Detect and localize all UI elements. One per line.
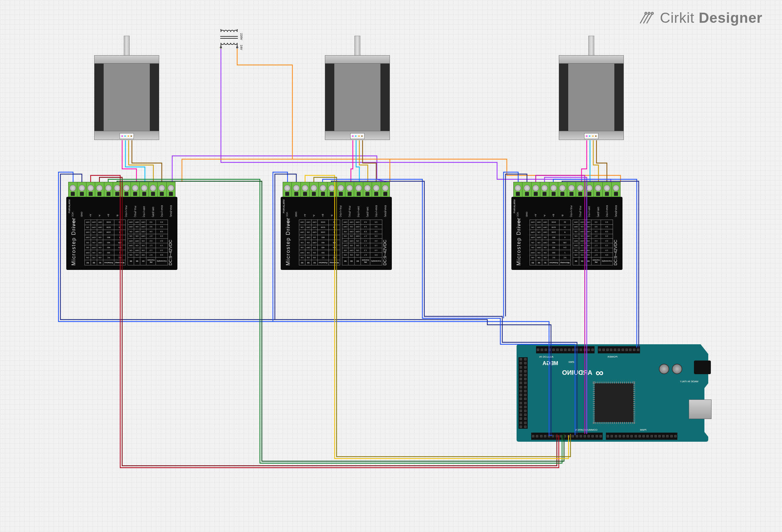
driver-dc-range: DC:9~42VDC <box>168 240 173 265</box>
svg-point-1 <box>648 12 650 14</box>
driver-tables: MicrostepPulse/revS1S2S3NCNCONONON1200ON… <box>84 220 159 265</box>
wire-m1-c <box>129 140 153 182</box>
driver-terminals[interactable] <box>513 182 620 197</box>
wire-m1-b <box>126 140 145 182</box>
transformer[interactable]: 220V 24V <box>214 29 247 59</box>
driver-terminals[interactable] <box>68 182 175 197</box>
wire-m2-b <box>356 140 359 182</box>
logo-brand: Cirkit <box>660 10 694 26</box>
driver-tables: MicrostepPulse/revS1S2S3NCNCONONON1200ON… <box>530 220 604 265</box>
design-canvas[interactable]: Cirkit Designer 220V 24V <box>0 0 782 532</box>
wire-m3-d <box>597 140 607 182</box>
logo-icon <box>638 10 654 26</box>
driver-pin-labels: ENA-(ENA)ENA+(+5V)DIR-(DIR)DIR+(+5V)PUL-… <box>68 197 175 217</box>
svg-point-2 <box>651 12 653 14</box>
arduino-barrel-jack[interactable] <box>694 360 711 374</box>
microstep-table: MicrostepPulse/revS1S2S3NCNCONONON1200ON… <box>84 220 126 265</box>
driver-title: Microstep Driver <box>71 217 77 265</box>
wire-m3-c <box>593 140 598 182</box>
current-table: Current(A)PK CurrentS4S5S60.50.7ONONON1.… <box>342 220 382 265</box>
arduino-header-digital-1[interactable] <box>531 432 603 440</box>
arduino-header-power[interactable] <box>598 346 640 353</box>
logo-product: Designer <box>699 10 762 26</box>
wire-m2-a <box>351 140 353 182</box>
app-logo: Cirkit Designer <box>638 10 762 26</box>
arduino-capacitors <box>659 364 682 374</box>
svg-point-0 <box>645 12 647 14</box>
wire-24v-orange <box>182 49 620 182</box>
svg-point-12 <box>237 47 238 48</box>
wire-m1-a <box>122 140 137 182</box>
microstep-table: MicrostepPulse/revS1S2S3NCNCONONON1200ON… <box>530 220 571 265</box>
arduino-mcu-chip <box>595 383 634 422</box>
arduino-power-label: POWER <box>608 355 617 358</box>
arduino-pwm-label: PWM <box>640 428 646 431</box>
driver-tables: MicrostepPulse/revS1S2S3NCNCONONON1200ON… <box>299 220 374 265</box>
arduino-madein-label: MADE IN ITALY <box>680 380 699 383</box>
arduino-comm-label: COMMUNICATION <box>575 428 598 431</box>
arduino-chip-label: 2560 <box>569 360 574 364</box>
arduino-mega[interactable]: ∞ ARDUINO MEGA 2560 ANALOG IN POWER COMM… <box>517 344 708 442</box>
arduino-silk-brand: ∞ ARDUINO <box>562 366 604 379</box>
wire-m2-c <box>359 140 368 182</box>
driver-dc-range: DC:9~42VDC <box>382 240 387 265</box>
driver-title: Microstep Driver <box>516 217 522 265</box>
driver-pin-labels: ENA-(ENA)ENA+(+5V)DIR-(DIR)DIR+(+5V)PUL-… <box>283 197 390 217</box>
current-table: Current(A)PK CurrentS4S5S60.50.7ONONON1.… <box>573 220 613 265</box>
wire-m1-d <box>132 140 162 182</box>
transformer-primary-label: 220V <box>240 33 243 40</box>
current-table: Current(A)PK CurrentS4S5S60.50.7ONONON1.… <box>128 220 168 265</box>
driver-title: Microstep Driver <box>285 217 291 265</box>
wire-m3-a <box>581 140 587 182</box>
arduino-model-label: MEGA <box>542 360 558 366</box>
arduino-header-analog[interactable] <box>536 346 595 353</box>
driver-dc-range: DC:9~42VDC <box>613 240 618 265</box>
microstep-table: MicrostepPulse/revS1S2S3NCNCONONON1200ON… <box>299 220 340 265</box>
transformer-secondary-label: 24V <box>240 45 243 50</box>
wire-24v-purple <box>172 49 611 182</box>
wire-m2-d <box>363 140 376 182</box>
driver-terminals[interactable] <box>283 182 390 197</box>
driver-pin-labels: ENA-(ENA)ENA+(+5V)DIR-(DIR)DIR+(+5V)PUL-… <box>513 197 620 217</box>
arduino-header-digital-2[interactable] <box>606 432 677 440</box>
arduino-usb-port[interactable] <box>689 400 711 419</box>
svg-point-10 <box>220 47 221 48</box>
arduino-header-double[interactable] <box>519 357 528 429</box>
arduino-analog-label: ANALOG IN <box>539 355 554 358</box>
